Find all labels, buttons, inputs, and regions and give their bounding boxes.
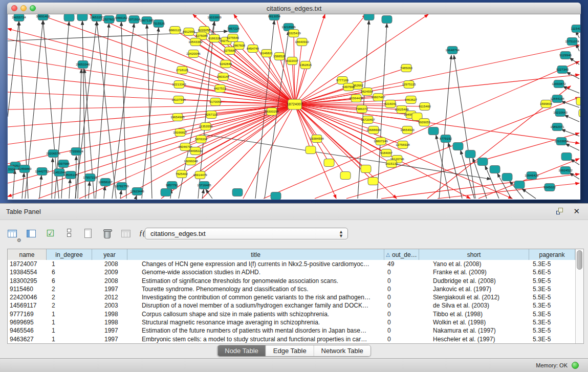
cell[interactable]: 1997 [92,335,127,343]
node-19654923[interactable]: 19654923 [400,126,415,134]
node-19654985[interactable]: 19654985 [170,114,185,121]
node-8267110[interactable]: 8267110 [205,111,217,119]
node-8186328[interactable]: 8186328 [208,35,221,42]
node-1599834[interactable]: 1599834 [540,100,553,108]
cell[interactable]: 1997 [92,285,127,293]
citation-edge-red[interactable] [295,14,366,104]
node-1588520[interactable]: 1588520 [273,53,286,60]
citation-edge-black[interactable] [377,24,387,199]
table-options-icon[interactable]: ⚙ [5,226,19,240]
node-unlabeled[interactable] [514,181,525,189]
cell[interactable]: 5.5E-5 [529,293,575,301]
node-11456869[interactable]: 11456869 [17,165,32,173]
node-unlabeled[interactable] [64,14,74,21]
node-1115408[interactable]: 1115408 [571,25,580,33]
select-all-columns-icon[interactable]: ☑ [43,226,57,240]
node-10543382[interactable]: 10543382 [188,38,203,46]
cell[interactable]: 9777169 [8,310,47,318]
close-panel-icon[interactable]: ✕ [573,207,580,216]
cell[interactable]: 1 [47,318,92,326]
node-12213343[interactable]: 12213343 [172,81,186,89]
node-1362815[interactable]: 1362815 [299,61,312,69]
node-16914479[interactable]: 16914479 [193,171,207,179]
node-1527602[interactable]: 1527602 [103,16,116,24]
node-unlabeled[interactable] [502,173,512,181]
cell[interactable]: Embryonic stem cells: a model to study s… [127,335,384,343]
column-header-title[interactable]: title [127,249,384,260]
node-unlabeled[interactable] [324,159,334,167]
citation-edge-black[interactable] [142,28,159,199]
node-9939057[interactable]: 9939057 [418,119,431,126]
citation-edge-black[interactable] [39,176,41,199]
cell[interactable]: Nakamura et al. (1997) [419,326,529,335]
cell[interactable]: de Silva et al. (2003) [419,301,529,310]
citation-edge-black[interactable] [96,24,109,199]
tab-node-table[interactable]: Node Table [217,345,266,356]
cell[interactable]: 9115460 [8,285,47,293]
cell[interactable]: Changes of HCN gene expression and I(f) … [127,260,384,268]
float-panel-icon[interactable] [556,208,564,215]
node-30691406[interactable]: 30691406 [36,14,50,20]
node-2718126[interactable]: 2718126 [176,67,189,74]
node-8813054[interactable]: 8813054 [268,14,281,20]
node-unlabeled[interactable] [232,189,243,196]
cell[interactable]: 18300295 [8,277,47,285]
citation-edge-black[interactable] [136,195,137,199]
node-16924522[interactable]: 16924522 [558,167,573,174]
node-unlabeled[interactable] [576,98,580,105]
cell[interactable]: 0 [384,293,419,301]
node-16782759[interactable]: 16782759 [115,183,129,190]
cell[interactable]: 0 [384,301,419,310]
citation-edge-black[interactable] [52,158,53,199]
cell[interactable]: 2003 [92,301,127,310]
cell[interactable]: Wolkin et al. (1998) [419,318,529,326]
scrollbar-thumb[interactable] [577,250,582,270]
show-columns-icon[interactable] [24,226,38,240]
citation-edge-black[interactable] [8,21,19,117]
cell[interactable]: Estimation of the future numbers of pati… [127,326,384,335]
node-8912954[interactable]: 8912954 [183,28,195,36]
cell[interactable]: 22420046 [8,293,47,301]
cell[interactable]: 2008 [92,277,127,285]
column-header-pagerank[interactable]: pagerank [529,249,575,260]
citation-edge-black[interactable] [121,22,126,199]
node-22420046[interactable]: 22420046 [186,50,201,58]
node-15716485[interactable]: 15716485 [197,182,211,189]
node-5878334[interactable]: 5878334 [195,136,208,143]
cell[interactable]: Tibbo et al. (1998) [419,310,529,318]
node-13325419[interactable]: 13325419 [287,30,301,37]
node-9242848[interactable]: 9242848 [220,60,232,68]
network-canvas[interactable]: 2405572430691406106532571527602646616210… [8,14,580,200]
node-20364436[interactable]: 20364436 [349,95,363,102]
cell[interactable]: Disruption of a novel member of a sodium… [127,301,384,310]
node-29053346[interactable]: 29053346 [76,61,90,69]
node-unlabeled[interactable] [453,143,463,150]
cell[interactable]: 1 [47,335,92,343]
cell[interactable]: 0 [384,285,419,293]
table-row[interactable]: 946554611997Estimation of the future num… [8,326,576,335]
node-7625402[interactable]: 7625402 [176,170,188,178]
cell[interactable]: 5.3E-5 [529,326,575,335]
citation-edge-red[interactable] [182,70,295,104]
table-row[interactable]: 1456911722003Disruption of a novel membe… [8,301,576,310]
node-9227343[interactable]: 9227343 [556,66,569,74]
cell[interactable]: 9463627 [8,335,47,343]
citation-edge-black[interactable] [89,182,90,199]
node-8454749[interactable]: 8454749 [247,45,259,53]
node-unlabeled[interactable] [561,153,572,161]
node-16640910[interactable]: 16640910 [295,38,309,46]
cell[interactable]: 1 [47,326,92,335]
node-19384554[interactable]: 19384554 [310,135,324,143]
node-12442757[interactable]: 12442757 [35,168,49,176]
node-9146821[interactable]: 9146821 [260,50,273,57]
window-titlebar[interactable]: citations_edges.txt [7,3,581,14]
cell[interactable]: 0 [384,318,419,326]
cell[interactable]: 1998 [92,310,127,318]
table-panel-titlebar[interactable]: Table Panel ✕ [0,204,588,220]
cell[interactable]: 0 [384,268,419,276]
node-8216041[interactable]: 8216041 [384,100,397,108]
citation-edge-red[interactable] [295,45,579,104]
new-column-icon[interactable] [81,226,95,240]
node-24055724[interactable]: 24055724 [12,14,26,21]
table-row[interactable]: 2242004622012Investigating the contribut… [8,293,576,301]
